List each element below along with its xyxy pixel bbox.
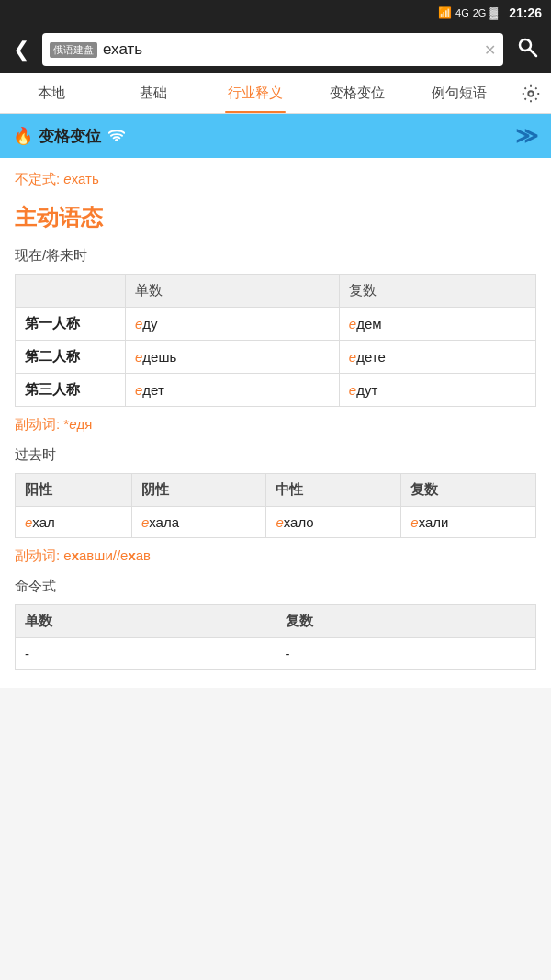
person-3: 第三人称 (16, 374, 126, 407)
search-button[interactable] (511, 32, 544, 67)
content-area: 🔥 变格变位 ≫ 不定式: ехать 主动语态 现在/将来时 (0, 114, 551, 706)
svg-point-3 (116, 139, 118, 141)
tab-bar: 本地 基础 行业释义 变格变位 例句短语 (0, 73, 551, 114)
back-button[interactable]: ❮ (7, 34, 35, 65)
singular-1: еду (126, 308, 340, 341)
table-row: 第三人称 едет едут (16, 374, 536, 407)
present-header-empty (16, 275, 126, 308)
table-row: 第一人称 еду едем (16, 308, 536, 341)
section-header-left: 🔥 变格变位 (13, 126, 125, 147)
wifi-icon (108, 129, 125, 144)
past-header-masc: 阳性 (16, 474, 132, 507)
plural-2: едете (339, 341, 535, 374)
search-box[interactable]: 俄语建盘 ✕ (42, 33, 503, 66)
dict-badge: 俄语建盘 (50, 42, 97, 58)
present-header-plural: 复数 (339, 275, 535, 308)
past-header-fem: 阴性 (131, 474, 266, 507)
imper-header-singular: 单数 (16, 605, 276, 638)
singular-2: едешь (126, 341, 340, 374)
tab-examples[interactable]: 例句短语 (409, 73, 511, 113)
table-row: ехал ехала ехало ехали (16, 507, 536, 538)
tab-local-label: 本地 (38, 84, 65, 102)
status-bar: 📶 4G 2G ▓ 21:26 (0, 0, 551, 26)
status-icons: 📶 4G 2G ▓ (438, 6, 498, 19)
svg-line-1 (530, 50, 536, 56)
wifi-signal-icon: 📶 (438, 6, 452, 19)
clear-search-button[interactable]: ✕ (484, 41, 496, 59)
svg-point-2 (528, 91, 534, 96)
chevron-down-icon: ≫ (515, 123, 538, 149)
search-input[interactable] (103, 40, 478, 59)
person-1: 第一人称 (16, 308, 126, 341)
status-time: 21:26 (509, 6, 542, 20)
present-participle-label: 副动词: * (15, 416, 69, 432)
plural-3: едут (339, 374, 535, 407)
voice-title: 主动语态 (15, 203, 536, 232)
singular-3: едет (126, 374, 340, 407)
imper-plural: - (276, 638, 536, 670)
tab-basic-label: 基础 (140, 84, 167, 102)
nav-bar: ❮ 俄语建盘 ✕ (0, 26, 551, 73)
past-tense-label: 过去时 (15, 446, 536, 464)
battery-icon: ▓ (489, 6, 498, 19)
past-masc: ехал (16, 507, 132, 538)
settings-button[interactable] (511, 84, 551, 104)
tab-conjugation-label: 变格变位 (330, 84, 385, 102)
past-neut: ехало (266, 507, 401, 538)
table-row: - - (16, 638, 536, 670)
imperative-table: 单数 复数 - - (15, 604, 536, 670)
section-title: 变格变位 (39, 126, 101, 147)
tab-examples-label: 例句短语 (432, 84, 487, 102)
tab-basic[interactable]: 基础 (102, 73, 204, 113)
table-row: 第二人称 едешь едете (16, 341, 536, 374)
present-tense-table: 单数 复数 第一人称 еду едем 第二人称 едешь едете 第三人… (15, 274, 536, 407)
imper-singular: - (16, 638, 276, 670)
present-participle-highlight: е (69, 416, 76, 432)
infinitive-line: 不定式: ехать (15, 171, 536, 188)
person-2: 第二人称 (16, 341, 126, 374)
signal-4g-icon: 4G (455, 7, 469, 18)
present-tense-label: 现在/将来时 (15, 247, 536, 265)
past-participle-value: eхавши//eхав (63, 547, 151, 563)
imper-header-plural: 复数 (276, 605, 536, 638)
past-tense-table: 阳性 阴性 中性 复数 ехал ехала ехало ехали (15, 473, 536, 538)
tab-industry[interactable]: 行业释义 (204, 73, 306, 113)
past-participle: 副动词: eхавши//eхав (15, 547, 536, 565)
signal-2g-icon: 2G (473, 7, 487, 18)
main-content: 不定式: ехать 主动语态 现在/将来时 单数 复数 第一人称 еду ед… (0, 158, 551, 688)
tab-local[interactable]: 本地 (0, 73, 102, 113)
infinitive-label: 不定式: (15, 171, 63, 186)
present-header-singular: 单数 (126, 275, 340, 308)
past-plur: ехали (401, 507, 536, 538)
tab-industry-label: 行业释义 (228, 84, 283, 102)
infinitive-highlight: е (63, 171, 71, 186)
infinitive-rest: хать (72, 171, 99, 186)
past-fem: ехала (131, 507, 266, 538)
past-header-neut: 中性 (266, 474, 401, 507)
fire-icon: 🔥 (13, 126, 33, 146)
present-participle: 副动词: *едя (15, 416, 536, 434)
past-participle-label: 副动词: (15, 547, 63, 563)
plural-1: едем (339, 308, 535, 341)
imperative-label: 命令式 (15, 578, 536, 595)
section-header[interactable]: 🔥 变格变位 ≫ (0, 114, 551, 158)
past-header-plur: 复数 (401, 474, 536, 507)
tab-conjugation[interactable]: 变格变位 (307, 73, 409, 113)
present-participle-rest: дя (77, 416, 93, 432)
